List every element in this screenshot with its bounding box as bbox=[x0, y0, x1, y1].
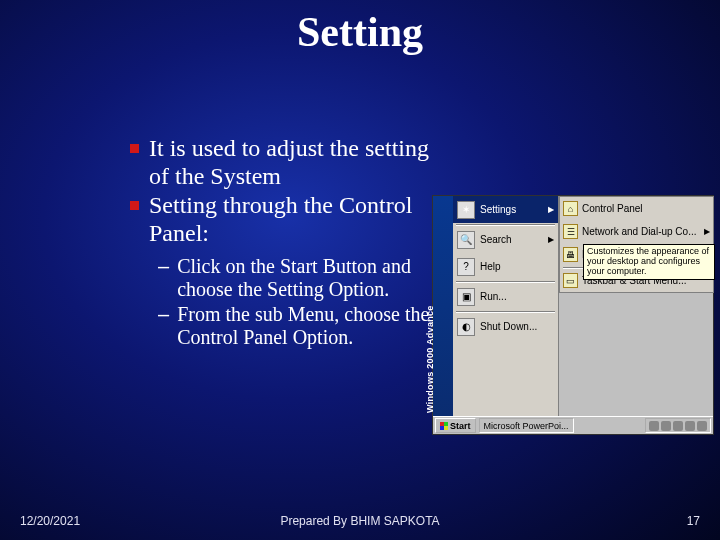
taskbar-task[interactable]: Microsoft PowerPoi... bbox=[479, 418, 574, 433]
task-label: Microsoft PowerPoi... bbox=[484, 421, 569, 431]
search-icon: 🔍 bbox=[457, 231, 475, 249]
submenu-label: Control Panel bbox=[582, 203, 643, 214]
windows-logo-icon bbox=[440, 422, 448, 430]
sub-bullet: – From the sub Menu, choose the Control … bbox=[158, 303, 430, 349]
tray-icon[interactable] bbox=[697, 421, 707, 431]
shutdown-icon: ◐ bbox=[457, 318, 475, 336]
sub-bullet-text: From the sub Menu, choose the Control Pa… bbox=[177, 303, 430, 349]
menu-label: Shut Down... bbox=[480, 321, 537, 332]
menu-label: Run... bbox=[480, 291, 507, 302]
bullet: Setting through the Control Panel: bbox=[130, 192, 430, 247]
separator bbox=[456, 224, 555, 225]
start-menu: ✶ Settings ▶ 🔍 Search ▶ ? Help ▣ Run... … bbox=[453, 196, 559, 417]
bullet-text: Setting through the Control Panel: bbox=[149, 192, 430, 247]
menu-label: Search bbox=[480, 234, 512, 245]
tray-icon[interactable] bbox=[661, 421, 671, 431]
tray-icon[interactable] bbox=[685, 421, 695, 431]
footer-prepared: Prepared By BHIM SAPKOTA bbox=[0, 514, 720, 528]
menu-item-help[interactable]: ? Help bbox=[453, 253, 558, 280]
slide-content: It is used to adjust the setting of the … bbox=[130, 135, 430, 351]
sub-bullet: – Click on the Start Button and choose t… bbox=[158, 255, 430, 301]
menu-item-shutdown[interactable]: ◐ Shut Down... bbox=[453, 313, 558, 340]
arrow-icon: ▶ bbox=[548, 235, 554, 244]
arrow-icon: ▶ bbox=[548, 205, 554, 214]
arrow-icon: ▶ bbox=[704, 227, 710, 236]
sub-bullet-text: Click on the Start Button and choose the… bbox=[177, 255, 430, 301]
slide-title: Setting bbox=[0, 0, 720, 56]
printers-icon: 🖶 bbox=[563, 247, 578, 262]
submenu-item-network[interactable]: ☰ Network and Dial-up Co... ▶ bbox=[560, 220, 713, 243]
start-label: Start bbox=[450, 421, 471, 431]
start-button[interactable]: Start bbox=[435, 418, 476, 433]
windows-screenshot: Windows 2000 Advance ✶ Settings ▶ 🔍 Sear… bbox=[432, 195, 714, 435]
menu-item-run[interactable]: ▣ Run... bbox=[453, 283, 558, 310]
bullet: It is used to adjust the setting of the … bbox=[130, 135, 430, 190]
footer-page-number: 17 bbox=[687, 514, 700, 528]
bullet-icon bbox=[130, 144, 139, 153]
menu-label: Help bbox=[480, 261, 501, 272]
separator bbox=[456, 281, 555, 282]
tray-icon[interactable] bbox=[649, 421, 659, 431]
tooltip: Customizes the appearance of your deskto… bbox=[583, 244, 715, 280]
sub-bullets: – Click on the Start Button and choose t… bbox=[158, 255, 430, 349]
control-panel-icon: ⌂ bbox=[563, 201, 578, 216]
menu-label: Settings bbox=[480, 204, 516, 215]
tray-icon[interactable] bbox=[673, 421, 683, 431]
sidebar-label: Windows 2000 Advance bbox=[425, 305, 435, 413]
taskbar-icon: ▭ bbox=[563, 273, 578, 288]
network-icon: ☰ bbox=[563, 224, 578, 239]
taskbar: Start Microsoft PowerPoi... bbox=[433, 416, 713, 434]
settings-icon: ✶ bbox=[457, 201, 475, 219]
dash-icon: – bbox=[158, 255, 169, 278]
slide: Setting It is used to adjust the setting… bbox=[0, 0, 720, 540]
start-menu-sidebar: Windows 2000 Advance bbox=[433, 196, 453, 417]
menu-item-search[interactable]: 🔍 Search ▶ bbox=[453, 226, 558, 253]
submenu-label: Network and Dial-up Co... bbox=[582, 226, 697, 237]
bullet-text: It is used to adjust the setting of the … bbox=[149, 135, 430, 190]
separator bbox=[456, 311, 555, 312]
menu-item-settings[interactable]: ✶ Settings ▶ bbox=[453, 196, 558, 223]
help-icon: ? bbox=[457, 258, 475, 276]
system-tray bbox=[645, 418, 711, 433]
run-icon: ▣ bbox=[457, 288, 475, 306]
dash-icon: – bbox=[158, 303, 169, 326]
submenu-item-control-panel[interactable]: ⌂ Control Panel bbox=[560, 197, 713, 220]
bullet-icon bbox=[130, 201, 139, 210]
